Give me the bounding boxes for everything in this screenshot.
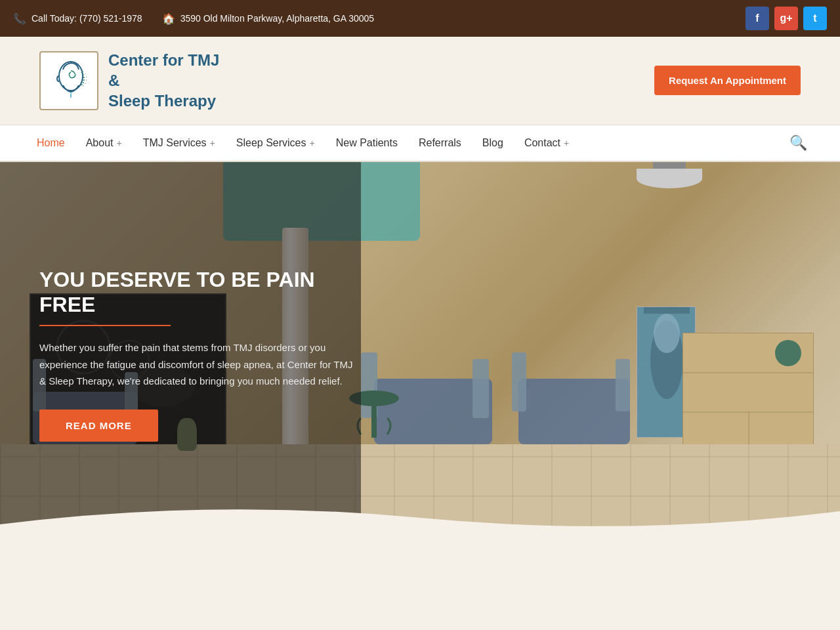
svg-rect-22 [616, 359, 630, 411]
nav-item-about: About + [75, 125, 133, 161]
tmj-dropdown-icon: + [210, 138, 215, 148]
about-dropdown-icon: + [117, 138, 122, 148]
top-bar: 📞 Call Today: (770) 521-1978 🏠 3590 Old … [0, 0, 840, 37]
svg-rect-20 [518, 379, 630, 444]
logo-line2: & [108, 70, 219, 91]
hero-content: YOU DESERVE TO BE PAIN FREE Whether you … [39, 267, 354, 442]
chair-right [512, 346, 643, 444]
logo-line3: Sleep Therapy [108, 91, 219, 111]
svg-point-7 [654, 314, 680, 353]
googleplus-button[interactable]: g+ [774, 7, 798, 30]
chair-svg-right [512, 346, 643, 444]
top-bar-contact: 📞 Call Today: (770) 521-1978 🏠 3590 Old … [13, 12, 374, 25]
social-icons: f g+ t [746, 7, 827, 30]
nav-link-about[interactable]: About + [75, 125, 133, 161]
nav-item-home: Home [26, 125, 75, 161]
nav-link-referrals[interactable]: Referrals [408, 125, 472, 161]
nav-item-tmj: TMJ Services + [133, 125, 226, 161]
home-icon: 🏠 [162, 12, 175, 25]
nav-link-tmj[interactable]: TMJ Services + [133, 125, 226, 161]
appointment-button[interactable]: Request An Appointment [654, 66, 801, 95]
hero-wave [0, 498, 840, 536]
lamp-base [653, 162, 686, 169]
cabinet [682, 333, 814, 451]
phone-label: Call Today: (770) 521-1978 [32, 13, 142, 24]
logo-area: Center for TMJ & Sleep Therapy [39, 50, 219, 112]
svg-point-0 [59, 62, 83, 91]
svg-rect-8 [644, 307, 690, 314]
twitter-button[interactable]: t [803, 7, 827, 30]
nav-link-blog[interactable]: Blog [472, 125, 514, 161]
nav-item-new-patients: New Patients [326, 125, 408, 161]
lamp-shade [637, 169, 702, 188]
site-header: Center for TMJ & Sleep Therapy Request A… [0, 37, 840, 125]
ceiling-lamp [630, 162, 709, 201]
nav-link-contact[interactable]: Contact + [514, 125, 579, 161]
phone-item: 📞 Call Today: (770) 521-1978 [13, 12, 142, 25]
logo-svg [46, 58, 92, 104]
nav-item-referrals: Referrals [408, 125, 472, 161]
hero-title: YOU DESERVE TO BE PAIN FREE [39, 267, 354, 318]
nav-item-sleep: Sleep Services + [226, 125, 326, 161]
hero-section: YOU DESERVE TO BE PAIN FREE Whether you … [0, 162, 840, 536]
nav-link-sleep[interactable]: Sleep Services + [226, 125, 326, 161]
svg-point-13 [775, 340, 801, 366]
nav-item-contact: Contact + [514, 125, 579, 161]
svg-rect-19 [472, 359, 489, 418]
contact-dropdown-icon: + [564, 138, 569, 148]
nav-item-blog: Blog [472, 125, 514, 161]
read-more-button[interactable]: READ MORE [39, 410, 158, 442]
address-label: 3590 Old Milton Parkway, Alpharetta, GA … [180, 13, 374, 24]
hero-divider [39, 325, 171, 326]
facebook-button[interactable]: f [746, 7, 769, 30]
cabinet-svg [683, 333, 813, 450]
search-button[interactable]: 🔍 [783, 128, 814, 158]
nav-link-new-patients[interactable]: New Patients [326, 125, 408, 161]
logo-icon [39, 51, 98, 110]
twitter-icon: t [813, 12, 816, 24]
main-nav: Home About + TMJ Services + Sleep Servic… [0, 125, 840, 162]
address-item: 🏠 3590 Old Milton Parkway, Alpharetta, G… [162, 12, 374, 25]
nav-link-home[interactable]: Home [26, 125, 75, 161]
sleep-dropdown-icon: + [310, 138, 315, 148]
phone-icon: 📞 [13, 12, 26, 25]
logo-line1: Center for TMJ [108, 50, 219, 70]
nav-items: Home About + TMJ Services + Sleep Servic… [26, 125, 579, 161]
facebook-icon: f [755, 12, 759, 24]
svg-rect-21 [512, 352, 526, 411]
googleplus-icon: g+ [780, 12, 792, 24]
logo-text: Center for TMJ & Sleep Therapy [108, 50, 219, 112]
hero-body: Whether you suffer the pain that stems f… [39, 339, 354, 390]
